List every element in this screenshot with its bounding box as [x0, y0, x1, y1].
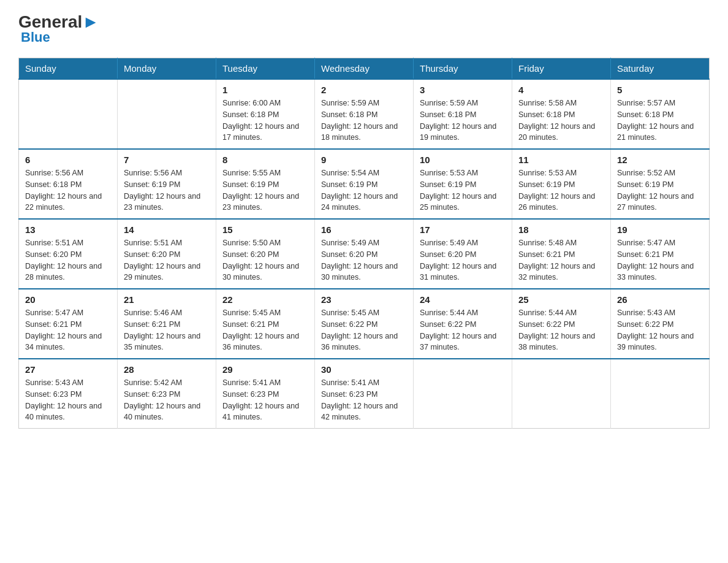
logo-sub: Blue: [21, 29, 50, 45]
day-number: 2: [321, 85, 407, 95]
calendar-cell: [414, 359, 512, 429]
page-header: General ► Blue: [18, 12, 710, 45]
calendar-body: 1 Sunrise: 6:00 AMSunset: 6:18 PMDayligh…: [19, 79, 710, 429]
day-number: 7: [124, 155, 210, 165]
day-info: Sunrise: 5:49 AMSunset: 6:20 PMDaylight:…: [420, 237, 506, 283]
day-info: Sunrise: 5:51 AMSunset: 6:20 PMDaylight:…: [124, 237, 210, 283]
day-number: 14: [124, 224, 210, 235]
day-number: 24: [420, 294, 506, 305]
day-number: 27: [25, 364, 111, 375]
calendar-cell: 9 Sunrise: 5:54 AMSunset: 6:19 PMDayligh…: [315, 149, 414, 219]
day-number: 1: [222, 85, 308, 95]
day-number: 5: [617, 85, 703, 95]
day-number: 3: [420, 85, 506, 95]
day-info: Sunrise: 5:47 AMSunset: 6:21 PMDaylight:…: [617, 237, 703, 283]
day-info: Sunrise: 5:58 AMSunset: 6:18 PMDaylight:…: [518, 98, 604, 144]
day-number: 4: [518, 85, 604, 95]
calendar-cell: [19, 79, 118, 149]
calendar-cell: 11 Sunrise: 5:53 AMSunset: 6:19 PMDaylig…: [512, 149, 611, 219]
day-header-monday: Monday: [118, 58, 216, 80]
calendar-cell: 28 Sunrise: 5:42 AMSunset: 6:23 PMDaylig…: [118, 359, 216, 429]
day-info: Sunrise: 5:47 AMSunset: 6:21 PMDaylight:…: [25, 307, 111, 353]
calendar-header: SundayMondayTuesdayWednesdayThursdayFrid…: [19, 58, 710, 80]
day-number: 20: [25, 294, 111, 305]
calendar-cell: 4 Sunrise: 5:58 AMSunset: 6:18 PMDayligh…: [512, 79, 611, 149]
day-number: 18: [518, 224, 604, 235]
calendar-cell: 6 Sunrise: 5:56 AMSunset: 6:18 PMDayligh…: [19, 149, 118, 219]
calendar-cell: 30 Sunrise: 5:41 AMSunset: 6:23 PMDaylig…: [315, 359, 414, 429]
day-info: Sunrise: 5:51 AMSunset: 6:20 PMDaylight:…: [25, 237, 111, 283]
calendar-cell: 16 Sunrise: 5:49 AMSunset: 6:20 PMDaylig…: [315, 219, 414, 289]
calendar-cell: 1 Sunrise: 6:00 AMSunset: 6:18 PMDayligh…: [216, 79, 315, 149]
day-number: 25: [518, 294, 604, 305]
day-info: Sunrise: 5:50 AMSunset: 6:20 PMDaylight:…: [222, 237, 308, 283]
day-number: 19: [617, 224, 703, 235]
day-number: 22: [222, 294, 308, 305]
day-header-tuesday: Tuesday: [216, 58, 315, 80]
day-info: Sunrise: 5:54 AMSunset: 6:19 PMDaylight:…: [321, 167, 407, 213]
day-info: Sunrise: 5:52 AMSunset: 6:19 PMDaylight:…: [617, 167, 703, 213]
calendar-cell: 10 Sunrise: 5:53 AMSunset: 6:19 PMDaylig…: [414, 149, 512, 219]
calendar-cell: 19 Sunrise: 5:47 AMSunset: 6:21 PMDaylig…: [611, 219, 710, 289]
calendar-cell: 27 Sunrise: 5:43 AMSunset: 6:23 PMDaylig…: [19, 359, 118, 429]
calendar-cell: 2 Sunrise: 5:59 AMSunset: 6:18 PMDayligh…: [315, 79, 414, 149]
day-number: 21: [124, 294, 210, 305]
day-info: Sunrise: 5:44 AMSunset: 6:22 PMDaylight:…: [420, 307, 506, 353]
calendar-cell: 29 Sunrise: 5:41 AMSunset: 6:23 PMDaylig…: [216, 359, 315, 429]
day-info: Sunrise: 5:56 AMSunset: 6:18 PMDaylight:…: [25, 167, 111, 213]
day-info: Sunrise: 5:45 AMSunset: 6:21 PMDaylight:…: [222, 307, 308, 353]
logo-blue-text: ►: [82, 12, 99, 32]
day-header-friday: Friday: [512, 58, 611, 80]
day-number: 8: [222, 155, 308, 165]
calendar-cell: 21 Sunrise: 5:46 AMSunset: 6:21 PMDaylig…: [118, 289, 216, 359]
calendar-cell: 13 Sunrise: 5:51 AMSunset: 6:20 PMDaylig…: [19, 219, 118, 289]
day-info: Sunrise: 6:00 AMSunset: 6:18 PMDaylight:…: [222, 98, 308, 144]
calendar-cell: 18 Sunrise: 5:48 AMSunset: 6:21 PMDaylig…: [512, 219, 611, 289]
day-number: 29: [222, 364, 308, 375]
day-number: 11: [518, 155, 604, 165]
day-info: Sunrise: 5:59 AMSunset: 6:18 PMDaylight:…: [420, 98, 506, 144]
day-number: 28: [124, 364, 210, 375]
day-info: Sunrise: 5:49 AMSunset: 6:20 PMDaylight:…: [321, 237, 407, 283]
day-info: Sunrise: 5:59 AMSunset: 6:18 PMDaylight:…: [321, 98, 407, 144]
calendar-week-5: 27 Sunrise: 5:43 AMSunset: 6:23 PMDaylig…: [19, 359, 710, 429]
calendar-cell: 23 Sunrise: 5:45 AMSunset: 6:22 PMDaylig…: [315, 289, 414, 359]
day-number: 26: [617, 294, 703, 305]
calendar-cell: 8 Sunrise: 5:55 AMSunset: 6:19 PMDayligh…: [216, 149, 315, 219]
calendar-cell: [512, 359, 611, 429]
calendar-table: SundayMondayTuesdayWednesdayThursdayFrid…: [18, 58, 710, 429]
calendar-cell: 26 Sunrise: 5:43 AMSunset: 6:22 PMDaylig…: [611, 289, 710, 359]
day-number: 17: [420, 224, 506, 235]
day-number: 23: [321, 294, 407, 305]
day-info: Sunrise: 5:48 AMSunset: 6:21 PMDaylight:…: [518, 237, 604, 283]
day-number: 12: [617, 155, 703, 165]
day-number: 10: [420, 155, 506, 165]
calendar-cell: 14 Sunrise: 5:51 AMSunset: 6:20 PMDaylig…: [118, 219, 216, 289]
day-info: Sunrise: 5:46 AMSunset: 6:21 PMDaylight:…: [124, 307, 210, 353]
day-info: Sunrise: 5:44 AMSunset: 6:22 PMDaylight:…: [518, 307, 604, 353]
day-info: Sunrise: 5:57 AMSunset: 6:18 PMDaylight:…: [617, 98, 703, 144]
calendar-cell: [611, 359, 710, 429]
day-info: Sunrise: 5:41 AMSunset: 6:23 PMDaylight:…: [222, 377, 308, 423]
day-header-row: SundayMondayTuesdayWednesdayThursdayFrid…: [19, 58, 710, 80]
calendar-cell: [118, 79, 216, 149]
calendar-cell: 5 Sunrise: 5:57 AMSunset: 6:18 PMDayligh…: [611, 79, 710, 149]
day-info: Sunrise: 5:43 AMSunset: 6:23 PMDaylight:…: [25, 377, 111, 423]
calendar-cell: 17 Sunrise: 5:49 AMSunset: 6:20 PMDaylig…: [414, 219, 512, 289]
calendar-cell: 12 Sunrise: 5:52 AMSunset: 6:19 PMDaylig…: [611, 149, 710, 219]
day-header-saturday: Saturday: [611, 58, 710, 80]
calendar-cell: 15 Sunrise: 5:50 AMSunset: 6:20 PMDaylig…: [216, 219, 315, 289]
day-info: Sunrise: 5:45 AMSunset: 6:22 PMDaylight:…: [321, 307, 407, 353]
day-number: 13: [25, 224, 111, 235]
calendar-week-2: 6 Sunrise: 5:56 AMSunset: 6:18 PMDayligh…: [19, 149, 710, 219]
calendar-week-4: 20 Sunrise: 5:47 AMSunset: 6:21 PMDaylig…: [19, 289, 710, 359]
calendar-cell: 20 Sunrise: 5:47 AMSunset: 6:21 PMDaylig…: [19, 289, 118, 359]
calendar-week-3: 13 Sunrise: 5:51 AMSunset: 6:20 PMDaylig…: [19, 219, 710, 289]
calendar-cell: 7 Sunrise: 5:56 AMSunset: 6:19 PMDayligh…: [118, 149, 216, 219]
calendar-cell: 25 Sunrise: 5:44 AMSunset: 6:22 PMDaylig…: [512, 289, 611, 359]
day-number: 9: [321, 155, 407, 165]
calendar-cell: 3 Sunrise: 5:59 AMSunset: 6:18 PMDayligh…: [414, 79, 512, 149]
day-info: Sunrise: 5:41 AMSunset: 6:23 PMDaylight:…: [321, 377, 407, 423]
calendar-cell: 22 Sunrise: 5:45 AMSunset: 6:21 PMDaylig…: [216, 289, 315, 359]
day-number: 30: [321, 364, 407, 375]
